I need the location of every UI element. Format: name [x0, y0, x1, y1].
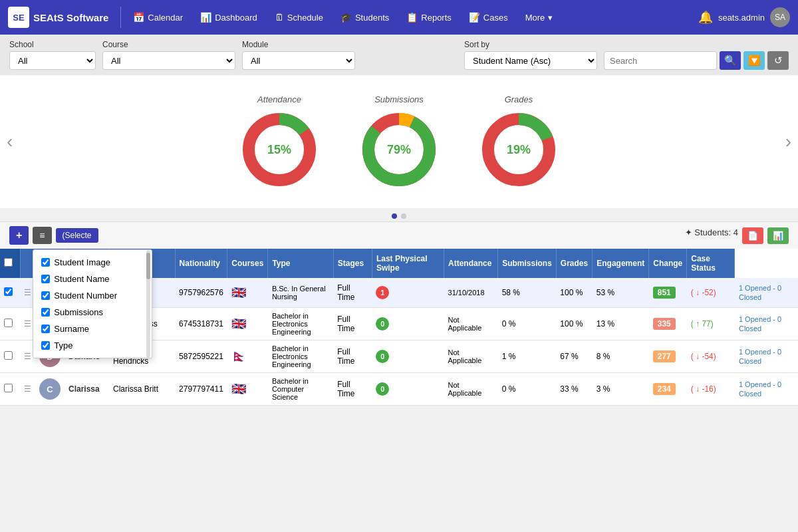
- columns-button[interactable]: ≡: [33, 227, 51, 244]
- carousel-next[interactable]: ›: [785, 131, 791, 152]
- flag-icon: 🇬🇧: [231, 317, 246, 331]
- stage-badge: 0: [376, 317, 389, 331]
- reset-button[interactable]: ↺: [767, 51, 789, 70]
- row-submissions: 100 %: [556, 278, 592, 308]
- case-status-link[interactable]: 1 Opened - 0 Closed: [739, 348, 781, 365]
- donut-attendance: 15%: [239, 110, 319, 190]
- module-select[interactable]: All: [242, 51, 355, 70]
- brand-logo: SE: [8, 7, 29, 28]
- select-all-checkbox[interactable]: [4, 258, 13, 267]
- th-grades[interactable]: Grades: [556, 249, 592, 278]
- carousel-prev[interactable]: ‹: [7, 131, 13, 152]
- th-engagement[interactable]: Engagement: [593, 249, 649, 278]
- chart-grades-title: Grades: [479, 94, 559, 104]
- case-status-link[interactable]: 1 Opened - 0 Closed: [739, 380, 781, 398]
- search-button[interactable]: 🔍: [720, 51, 741, 70]
- row-stage: 0: [372, 340, 444, 373]
- row-checkbox[interactable]: [4, 287, 13, 296]
- row-nationality: 🇬🇧: [227, 373, 268, 406]
- row-student-number: 2797797411: [175, 373, 227, 406]
- dropdown-item-type[interactable]: Type: [33, 337, 152, 354]
- row-fullname: Clarissa Britt: [109, 373, 175, 406]
- school-select[interactable]: All: [9, 51, 96, 70]
- row-attendance: 1 %: [498, 340, 557, 373]
- row-firstname: Clarissa: [65, 373, 109, 406]
- th-courses[interactable]: Courses: [227, 249, 268, 278]
- table-row: ☰ C Clarissa Clarissa Britt 2797797411 🇬…: [0, 373, 798, 406]
- dropdown-item-surname[interactable]: Surname: [33, 321, 152, 337]
- th-checkbox: [0, 249, 20, 278]
- th-attendance[interactable]: Attendance: [444, 249, 498, 278]
- th-type[interactable]: Type: [268, 249, 333, 278]
- sortby-label: Sort by: [464, 40, 597, 49]
- row-checkbox[interactable]: [4, 384, 13, 392]
- brand[interactable]: SE SEAtS Software: [8, 7, 108, 28]
- row-grades: 3 %: [593, 373, 649, 406]
- nav-item-cases[interactable]: 📝Cases: [461, 8, 516, 27]
- row-avatar-cell: C: [35, 373, 65, 406]
- filter-course-group: Course All: [102, 40, 235, 70]
- nav-item-schedule[interactable]: 🗓Schedule: [267, 8, 331, 27]
- th-last-swipe[interactable]: Last Physical Swipe: [372, 249, 444, 278]
- dropdown-panel: Student Image Student Name Student Numbe…: [33, 249, 152, 358]
- dropdown-item-student-name[interactable]: Student Name: [33, 271, 152, 287]
- th-stages[interactable]: Stages: [333, 249, 372, 278]
- case-status-link[interactable]: 1 Opened - 0 Closed: [739, 315, 781, 332]
- dashboard-icon: 📊: [200, 12, 211, 23]
- row-swipe: Not Applicable: [444, 340, 498, 373]
- chart-attendance-value: 15%: [267, 142, 291, 156]
- nav-item-dashboard[interactable]: 📊Dashboard: [192, 8, 265, 27]
- row-engagement: 851: [649, 278, 687, 308]
- row-checkbox-cell: [0, 308, 20, 340]
- nav-item-calendar[interactable]: 📅Calendar: [125, 8, 191, 27]
- flag-icon: 🇬🇧: [231, 382, 246, 396]
- row-checkbox[interactable]: [4, 351, 13, 360]
- row-student-number: 9757962576: [175, 278, 227, 308]
- th-nationality[interactable]: Nationality: [175, 249, 227, 278]
- excel-export-button[interactable]: 📊: [767, 227, 789, 244]
- row-engagement: 277: [649, 340, 687, 373]
- school-label: School: [9, 40, 96, 49]
- case-status-link[interactable]: 1 Opened - 0 Closed: [739, 284, 781, 301]
- nav-item-reports[interactable]: 📋Reports: [398, 8, 460, 27]
- row-checkbox[interactable]: [4, 319, 13, 327]
- course-select[interactable]: All: [102, 51, 235, 70]
- table-toolbar: + ≡ Student Image Student Name Student N…: [0, 221, 798, 249]
- row-change: ( ↓ -16): [687, 373, 735, 406]
- nav-item-students[interactable]: 🎓Students: [332, 8, 397, 27]
- flag-icon: 🇬🇧: [231, 286, 246, 299]
- row-nationality: 🇳🇵: [227, 340, 268, 373]
- students-count: ✦ Students: 4: [685, 227, 738, 244]
- dot-1[interactable]: [392, 213, 397, 219]
- sortby-select[interactable]: Student Name (Asc): [464, 51, 597, 70]
- stage-badge: 0: [376, 350, 389, 363]
- row-drag-handle[interactable]: ☰: [20, 373, 35, 406]
- dropdown-item-student-number[interactable]: Student Number: [33, 287, 152, 304]
- row-type: Full Time: [333, 340, 372, 373]
- brand-name: SEAtS Software: [33, 12, 108, 23]
- search-input[interactable]: [604, 51, 717, 70]
- chart-submissions-value: 79%: [387, 142, 411, 156]
- add-button[interactable]: +: [9, 226, 29, 245]
- row-course: B.Sc. In General Nursing: [268, 278, 333, 308]
- row-submissions: 67 %: [556, 340, 592, 373]
- filter-button[interactable]: 🔽: [743, 51, 765, 70]
- flag-icon: 🇳🇵: [231, 350, 246, 363]
- nav-item-more[interactable]: More▾: [517, 9, 561, 27]
- th-case-status[interactable]: Case Status: [687, 249, 735, 278]
- chart-grades-value: 19%: [507, 142, 531, 156]
- avatar[interactable]: SA: [770, 7, 790, 27]
- dropdown-item-submissions[interactable]: Submissions: [33, 304, 152, 321]
- pdf-export-button[interactable]: 📄: [742, 227, 763, 244]
- dropdown-item-student-image[interactable]: Student Image: [33, 254, 152, 271]
- th-submissions[interactable]: Submissions: [498, 249, 557, 278]
- row-nationality: 🇬🇧: [227, 278, 268, 308]
- students-icon: 🎓: [340, 12, 352, 23]
- bell-icon[interactable]: 🔔: [698, 10, 713, 25]
- row-stage: 1: [372, 278, 444, 308]
- th-change[interactable]: Change: [649, 249, 687, 278]
- row-engagement: 335: [649, 308, 687, 340]
- row-checkbox-cell: [0, 340, 20, 373]
- dot-2[interactable]: [401, 213, 406, 219]
- scrollbar[interactable]: [146, 250, 150, 358]
